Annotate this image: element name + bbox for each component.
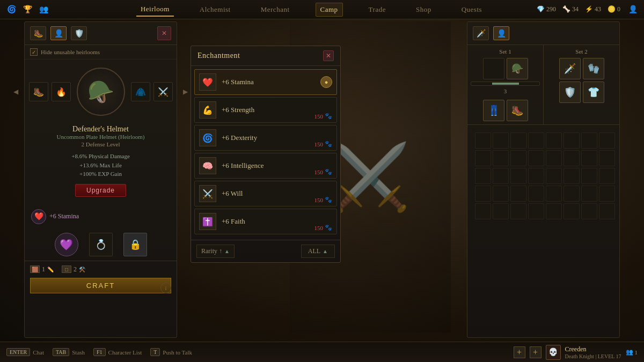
inv-2-4[interactable]: [546, 168, 562, 184]
resource-energy: ⚡ 43: [585, 5, 601, 13]
inv-4-3[interactable]: [528, 203, 544, 219]
tab-merchant[interactable]: Merchant: [257, 3, 294, 16]
energy-icon: ⚡: [585, 5, 593, 13]
slot-boots[interactable]: 🥾: [29, 82, 48, 101]
inv-1-7[interactable]: [599, 150, 615, 166]
inv-3-2[interactable]: [510, 186, 526, 202]
inv-4-1[interactable]: [493, 203, 509, 219]
inv-3-5[interactable]: [564, 186, 580, 202]
tab-trade[interactable]: Trade: [364, 3, 390, 16]
enchant-cost-faith: 150 🐾: [314, 224, 333, 231]
label-character-list: Character List: [108, 349, 142, 356]
inv-0-4[interactable]: [546, 132, 562, 149]
set2-slot-armor[interactable]: 🛡️: [559, 82, 581, 103]
profile-icon[interactable]: 👤: [627, 4, 639, 16]
inv-0-7[interactable]: [599, 132, 615, 149]
nav-icon-1[interactable]: 🌀: [5, 4, 17, 16]
enchant-item-will[interactable]: ⚔️ +6 Will 150 🐾: [194, 181, 337, 206]
inv-1-6[interactable]: [581, 150, 597, 166]
tab-quests[interactable]: Quests: [457, 3, 486, 16]
inv-1-0[interactable]: [475, 150, 491, 166]
slot-item[interactable]: ⚔️: [153, 82, 173, 101]
slot-ring[interactable]: 💍: [89, 233, 113, 256]
tab-shield[interactable]: 🛡️: [71, 26, 87, 40]
inv-4-5[interactable]: [564, 203, 580, 219]
inv-2-2[interactable]: [510, 168, 526, 184]
inv-3-3[interactable]: [528, 186, 544, 202]
nav-icon-3[interactable]: 👥: [38, 4, 49, 16]
tab-shop[interactable]: Shop: [412, 3, 436, 16]
add-button-2[interactable]: +: [530, 346, 541, 358]
inv-3-7[interactable]: [599, 186, 615, 202]
slot-enchant[interactable]: 💜: [55, 233, 78, 256]
inv-4-4[interactable]: [546, 203, 562, 219]
inv-2-5[interactable]: [564, 168, 580, 184]
enchant-item-strength[interactable]: 💪 +6 Strength 150 🐾: [194, 97, 337, 123]
resource-gems: 💎 290: [537, 5, 556, 13]
enchant-item-stamina[interactable]: ❤️ +6 Stamina ●: [194, 69, 337, 95]
slot-lock[interactable]: 🔒: [123, 233, 147, 256]
resource-val-1: 1: [42, 265, 45, 274]
panel-close-button[interactable]: ✕: [157, 26, 171, 40]
inv-0-3[interactable]: [528, 132, 544, 149]
nav-icon-2[interactable]: 🏆: [21, 4, 33, 16]
filter-button[interactable]: ALL ▲: [301, 245, 335, 258]
inv-4-0[interactable]: [475, 203, 491, 219]
inv-0-2[interactable]: [510, 132, 526, 149]
inv-3-4[interactable]: [546, 186, 562, 202]
nav-left-arrow[interactable]: ◀: [6, 82, 26, 101]
inv-1-3[interactable]: [528, 150, 544, 166]
slot-cloak[interactable]: 🧥: [131, 82, 150, 101]
set1-slot-pants[interactable]: 👖: [483, 100, 504, 121]
inv-3-0[interactable]: [475, 186, 491, 202]
inv-1-1[interactable]: [493, 150, 509, 166]
inv-4-2[interactable]: [510, 203, 526, 219]
inv-0-6[interactable]: [581, 132, 597, 149]
inv-2-3[interactable]: [528, 168, 544, 184]
inv-2-7[interactable]: [599, 168, 615, 184]
sort-button[interactable]: Rarity ↑ ▲: [196, 245, 235, 258]
inv-2-1[interactable]: [493, 168, 509, 184]
enchant-item-dexterity[interactable]: 🌀 +6 Dexterity 150 🐾: [194, 125, 337, 151]
tab-alchemist[interactable]: Alchemist: [195, 3, 235, 16]
gem-value: 290: [546, 5, 556, 13]
sort-label: Rarity ↑: [201, 247, 222, 255]
info-button[interactable]: i: [160, 283, 171, 293]
label-push-to-talk: Push to Talk: [163, 349, 192, 356]
set2-slot-sword[interactable]: 🗡️: [559, 58, 581, 79]
set1-slot-helmet[interactable]: 🪖: [507, 58, 528, 79]
label-stash: Stash: [72, 349, 85, 356]
inv-3-6[interactable]: [581, 186, 597, 202]
add-button[interactable]: +: [514, 346, 525, 358]
inv-0-1[interactable]: [493, 132, 509, 149]
hide-unusable-checkbox[interactable]: ✓: [30, 48, 38, 56]
player-class: Death Knight | LEVEL 17: [565, 353, 621, 359]
craft-button[interactable]: CRAFT: [30, 278, 171, 293]
set2-slot-glove[interactable]: 🧤: [583, 58, 604, 79]
tab-camp[interactable]: Camp: [316, 3, 343, 17]
inv-0-5[interactable]: [564, 132, 580, 149]
slot-fire[interactable]: 🔥: [52, 82, 71, 101]
inv-0-0[interactable]: [475, 132, 491, 149]
set2-slot-item[interactable]: 👕: [583, 82, 604, 103]
tab-character[interactable]: 👤: [50, 26, 67, 40]
inv-4-6[interactable]: [581, 203, 597, 219]
inv-4-7[interactable]: [599, 203, 615, 219]
set1-slot-boots[interactable]: 🥾: [507, 100, 528, 121]
inv-2-0[interactable]: [475, 168, 491, 184]
set1-slot-1[interactable]: [483, 58, 504, 79]
tab-boots[interactable]: 🥾: [30, 26, 46, 40]
inv-1-4[interactable]: [546, 150, 562, 166]
inv-1-5[interactable]: [564, 150, 580, 166]
upgrade-button[interactable]: Upgrade: [75, 184, 126, 197]
right-tab-1[interactable]: 🗡️: [473, 26, 489, 40]
enchant-item-intelligence[interactable]: 🧠 +6 Intelligence 150 🐾: [194, 153, 337, 179]
enchant-item-faith[interactable]: ✝️ +6 Faith 150 🐾: [194, 209, 337, 234]
inv-3-1[interactable]: [493, 186, 509, 202]
tab-heirloom[interactable]: Heirloom: [136, 3, 174, 17]
inv-1-2[interactable]: [510, 150, 526, 166]
inv-2-6[interactable]: [581, 168, 597, 184]
dialog-close-button[interactable]: ✕: [323, 50, 334, 61]
right-tab-2[interactable]: 👤: [493, 26, 509, 40]
item-subtitle: Uncommon Plate Helmet (Heirloom): [56, 134, 144, 140]
